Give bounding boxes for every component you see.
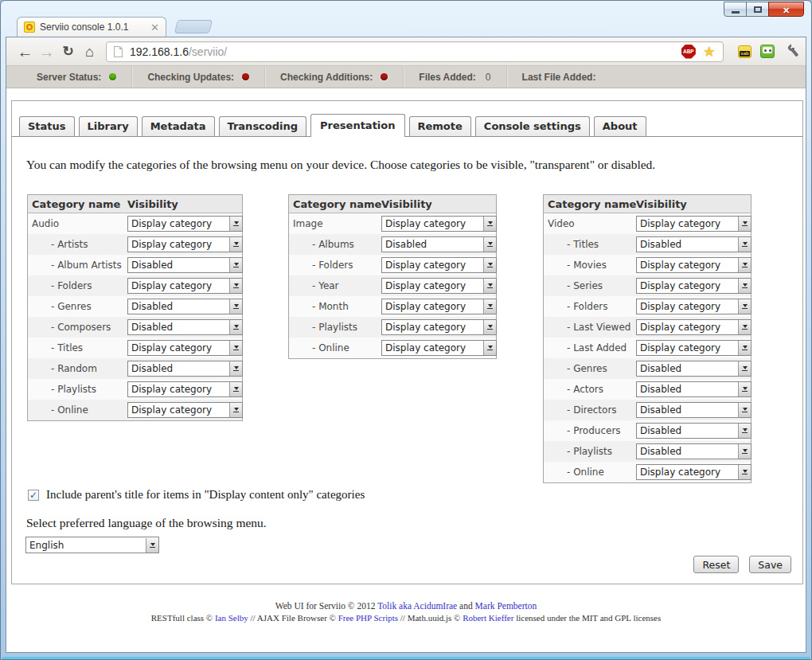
visibility-select-arrow[interactable]: [229, 341, 242, 355]
visibility-select[interactable]: Disabled: [381, 236, 497, 252]
visibility-select[interactable]: Display category: [636, 319, 751, 335]
visibility-select[interactable]: Display category: [636, 216, 751, 232]
visibility-select-arrow[interactable]: [229, 382, 242, 396]
visibility-select-arrow[interactable]: [229, 299, 242, 314]
visibility-select-arrow[interactable]: [738, 424, 751, 438]
tab-metadata[interactable]: Metadata: [142, 116, 215, 136]
category-label: - Artists: [32, 239, 127, 250]
visibility-select[interactable]: Display category: [381, 340, 497, 356]
visibility-select[interactable]: Display category: [381, 216, 497, 232]
visibility-select-arrow[interactable]: [738, 299, 751, 314]
visibility-select-arrow[interactable]: [738, 258, 751, 272]
close-button[interactable]: [768, 2, 804, 17]
visibility-select[interactable]: Display category: [381, 278, 497, 294]
visibility-select-arrow[interactable]: [483, 237, 496, 252]
reload-button[interactable]: ↻: [57, 45, 79, 58]
visibility-select[interactable]: Disabled: [636, 381, 751, 397]
footer-text: RESTfull class ©: [151, 613, 215, 623]
visibility-select[interactable]: Disabled: [636, 361, 751, 377]
visibility-select[interactable]: Display category: [127, 340, 243, 356]
visibility-select-arrow[interactable]: [483, 320, 496, 334]
language-select[interactable]: English: [25, 537, 159, 553]
visibility-select[interactable]: Display category: [636, 278, 751, 294]
tab-transcoding[interactable]: Transcoding: [219, 116, 307, 136]
visibility-select-arrow[interactable]: [738, 403, 751, 417]
visibility-select[interactable]: Display category: [127, 216, 243, 232]
sab-extension-icon[interactable]: sab: [738, 45, 751, 58]
visibility-select[interactable]: Display category: [636, 340, 751, 356]
visibility-select-value: Disabled: [637, 384, 738, 395]
visibility-select-arrow[interactable]: [738, 465, 751, 479]
visibility-select[interactable]: Display category: [381, 257, 497, 273]
browser-tab-title: Serviio console 1.0.1: [40, 21, 147, 33]
visibility-select[interactable]: Disabled: [127, 361, 243, 377]
visibility-select[interactable]: Display category: [127, 278, 243, 294]
visibility-select-arrow[interactable]: [229, 217, 242, 231]
minimize-button[interactable]: [724, 2, 747, 17]
visibility-select-arrow[interactable]: [229, 279, 242, 293]
tab-status[interactable]: Status: [19, 116, 75, 136]
visibility-select-arrow[interactable]: [229, 320, 242, 334]
reset-button[interactable]: Reset: [693, 556, 739, 573]
visibility-select-value: Disabled: [637, 404, 738, 416]
footer-link[interactable]: Mark Pemberton: [475, 601, 537, 611]
tab-console-settings[interactable]: Console settings: [475, 116, 590, 136]
save-button[interactable]: Save: [749, 556, 791, 573]
adblock-icon[interactable]: ABP: [681, 45, 696, 59]
url-bar[interactable]: 192.168.1.6 /serviio/ ABP ★: [106, 41, 724, 62]
visibility-select[interactable]: Disabled: [636, 236, 751, 252]
footer-link[interactable]: Tolik aka AcidumIrae: [377, 601, 457, 611]
new-tab-button[interactable]: [174, 20, 213, 33]
language-select-arrow[interactable]: [146, 538, 158, 553]
visibility-select[interactable]: Display category: [381, 299, 497, 314]
tab-close-icon[interactable]: ✕: [150, 22, 159, 33]
footer-link[interactable]: Free PHP Scripts: [338, 613, 398, 623]
maximize-button[interactable]: [746, 2, 769, 17]
visibility-select[interactable]: Display category: [381, 319, 497, 335]
visibility-select-arrow[interactable]: [483, 258, 496, 272]
robot-extension-icon[interactable]: [760, 45, 775, 58]
visibility-select-arrow[interactable]: [483, 299, 496, 314]
visibility-select[interactable]: Disabled: [636, 423, 751, 439]
visibility-select-arrow[interactable]: [738, 382, 751, 396]
visibility-select-arrow[interactable]: [229, 258, 242, 272]
browser-tab[interactable]: Serviio console 1.0.1 ✕: [17, 17, 166, 37]
visibility-select-arrow[interactable]: [738, 217, 751, 231]
tab-about[interactable]: About: [594, 116, 646, 136]
visibility-select[interactable]: Disabled: [636, 443, 751, 459]
visibility-select[interactable]: Display category: [636, 299, 751, 314]
visibility-select[interactable]: Display category: [636, 464, 751, 480]
visibility-select-arrow[interactable]: [738, 237, 751, 252]
visibility-select[interactable]: Disabled: [127, 299, 243, 314]
include-parent-checkbox[interactable]: [28, 490, 39, 501]
footer-link[interactable]: Robert Kieffer: [463, 613, 513, 623]
visibility-select-arrow[interactable]: [229, 403, 242, 417]
forward-button[interactable]: →: [36, 44, 57, 60]
visibility-select[interactable]: Disabled: [127, 319, 243, 335]
visibility-select[interactable]: Disabled: [636, 402, 751, 418]
visibility-select[interactable]: Display category: [127, 381, 243, 397]
footer-link[interactable]: Ian Selby: [215, 613, 248, 623]
visibility-select-arrow[interactable]: [229, 237, 242, 252]
dropdown-underline: [487, 225, 493, 226]
visibility-select-arrow[interactable]: [738, 341, 751, 355]
visibility-select[interactable]: Display category: [636, 257, 751, 273]
visibility-select-arrow[interactable]: [738, 320, 751, 334]
visibility-select[interactable]: Disabled: [127, 257, 243, 273]
visibility-select-arrow[interactable]: [483, 341, 496, 355]
visibility-select-arrow[interactable]: [738, 361, 751, 376]
visibility-select-arrow[interactable]: [483, 217, 496, 231]
visibility-select-arrow[interactable]: [229, 361, 242, 376]
visibility-select[interactable]: Display category: [127, 402, 243, 418]
back-button[interactable]: ←: [14, 44, 36, 60]
visibility-select-arrow[interactable]: [738, 279, 751, 293]
visibility-select-arrow[interactable]: [738, 444, 751, 459]
visibility-select[interactable]: Display category: [127, 236, 243, 252]
home-button[interactable]: ⌂: [79, 45, 100, 59]
tab-presentation[interactable]: Presentation: [310, 114, 404, 137]
bookmark-star-icon[interactable]: ★: [703, 45, 716, 59]
visibility-select-arrow[interactable]: [483, 279, 496, 293]
wrench-menu-icon[interactable]: [783, 45, 798, 59]
tab-library[interactable]: Library: [79, 116, 138, 136]
tab-remote[interactable]: Remote: [409, 116, 471, 136]
